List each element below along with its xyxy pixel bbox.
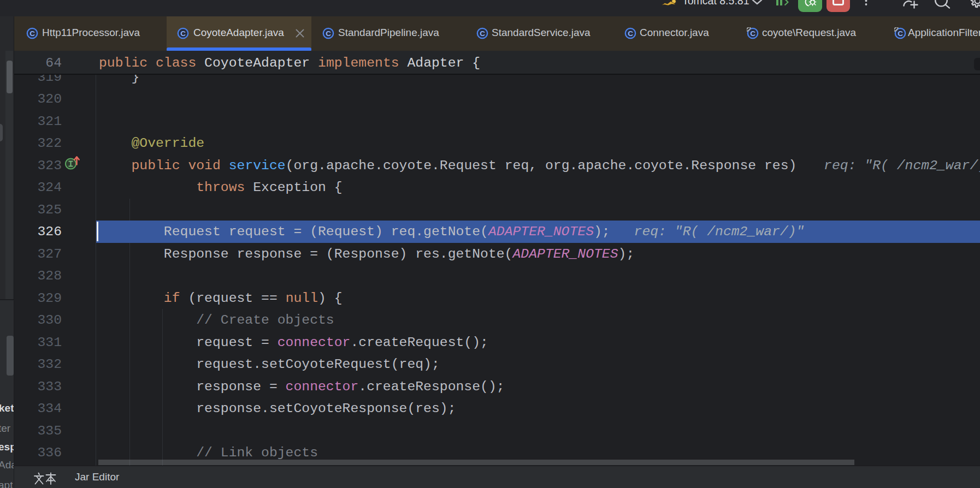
svg-text:C: C — [628, 29, 633, 38]
svg-text:C: C — [898, 29, 903, 38]
svg-text:C: C — [29, 29, 35, 38]
svg-text:C: C — [326, 29, 331, 38]
svg-text:C: C — [180, 29, 186, 38]
svg-text:C: C — [480, 29, 485, 38]
svg-text:C: C — [750, 29, 755, 38]
